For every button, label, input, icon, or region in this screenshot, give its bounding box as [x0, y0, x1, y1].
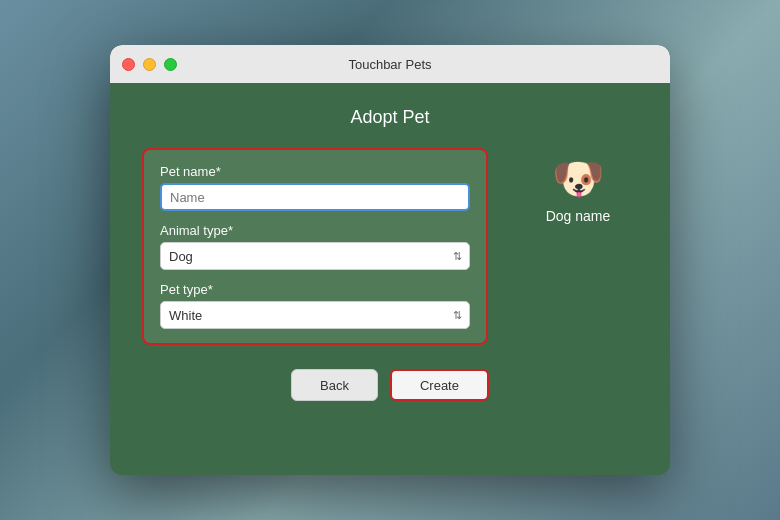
- maximize-button[interactable]: [164, 58, 177, 71]
- pet-type-label: Pet type*: [160, 282, 470, 297]
- main-window: Touchbar Pets Adopt Pet Pet name* Animal…: [110, 45, 670, 475]
- window-content: Adopt Pet Pet name* Animal type* Dog Cat: [110, 83, 670, 475]
- create-button[interactable]: Create: [390, 369, 489, 401]
- animal-type-label: Animal type*: [160, 223, 470, 238]
- minimize-button[interactable]: [143, 58, 156, 71]
- pet-emoji-display: 🐶: [552, 158, 604, 200]
- form-section: Pet name* Animal type* Dog Cat Hamster B…: [142, 148, 488, 345]
- pet-name-field: Pet name*: [160, 164, 470, 211]
- animal-type-select-wrapper: Dog Cat Hamster Bird ⇅: [160, 242, 470, 270]
- pet-display-name: Dog name: [546, 208, 611, 224]
- window-title: Touchbar Pets: [348, 57, 431, 72]
- close-button[interactable]: [122, 58, 135, 71]
- pet-name-input[interactable]: [160, 183, 470, 211]
- pet-type-select-wrapper: White Brown Black Spotted ⇅: [160, 301, 470, 329]
- pet-preview: 🐶 Dog name: [518, 148, 638, 224]
- pet-type-select[interactable]: White Brown Black Spotted: [160, 301, 470, 329]
- pet-name-label: Pet name*: [160, 164, 470, 179]
- button-row: Back Create: [291, 369, 489, 401]
- pet-type-field: Pet type* White Brown Black Spotted ⇅: [160, 282, 470, 329]
- titlebar: Touchbar Pets: [110, 45, 670, 83]
- traffic-lights: [122, 58, 177, 71]
- page-title: Adopt Pet: [350, 107, 429, 128]
- form-area: Pet name* Animal type* Dog Cat Hamster B…: [142, 148, 638, 345]
- animal-type-field: Animal type* Dog Cat Hamster Bird ⇅: [160, 223, 470, 270]
- animal-type-select[interactable]: Dog Cat Hamster Bird: [160, 242, 470, 270]
- back-button[interactable]: Back: [291, 369, 378, 401]
